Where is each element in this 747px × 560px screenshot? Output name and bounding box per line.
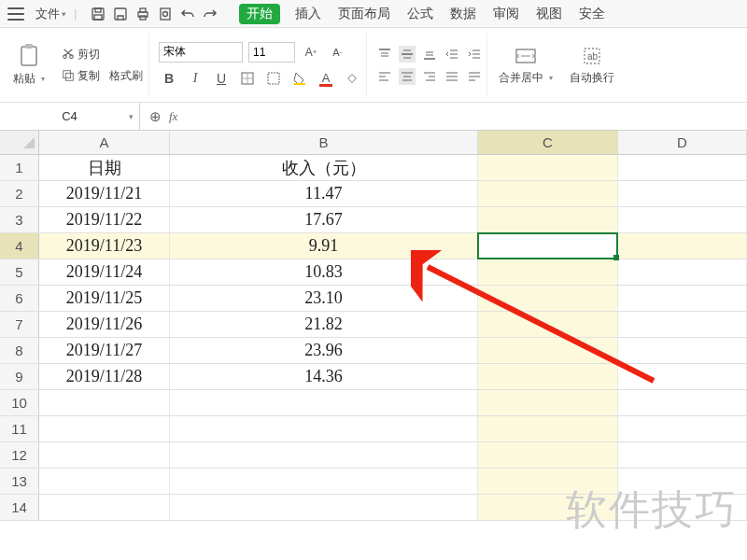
cell-C10[interactable]	[478, 390, 618, 415]
cell-A2[interactable]: 2019/11/21	[39, 181, 170, 206]
cell-C6[interactable]	[478, 286, 618, 311]
save-as-icon[interactable]	[112, 6, 129, 22]
name-box[interactable]: C4 ▾	[0, 103, 140, 130]
tab-page-layout[interactable]: 页面布局	[336, 4, 392, 24]
col-header-A[interactable]: A	[39, 131, 170, 154]
cell-B9[interactable]: 14.36	[170, 364, 478, 389]
row-header[interactable]: 13	[0, 469, 39, 494]
row-header[interactable]: 2	[0, 181, 39, 206]
cell-A13[interactable]	[39, 469, 170, 494]
cell-B2[interactable]: 11.47	[170, 181, 478, 206]
cell-C5[interactable]	[478, 259, 618, 285]
cell-A8[interactable]: 2019/11/27	[39, 338, 170, 363]
merge-center-button[interactable]: 合并居中▾	[493, 34, 558, 96]
increase-indent-icon[interactable]	[466, 46, 483, 63]
cell-A14[interactable]	[39, 495, 170, 520]
font-color-button[interactable]: A	[316, 68, 336, 89]
cell-D9[interactable]	[618, 364, 747, 389]
cell-C3[interactable]	[478, 207, 618, 232]
underline-button[interactable]: U	[211, 68, 232, 89]
cell-D12[interactable]	[618, 442, 747, 468]
copy-button[interactable]: 复制	[60, 67, 102, 85]
tab-home[interactable]: 开始	[239, 4, 280, 24]
zoom-icon[interactable]: ⊕	[149, 108, 162, 125]
tab-formulas[interactable]: 公式	[405, 4, 435, 24]
font-size-select[interactable]	[248, 42, 295, 63]
col-header-B[interactable]: B	[170, 131, 478, 154]
cell-B3[interactable]: 17.67	[170, 207, 478, 232]
undo-icon[interactable]	[179, 6, 196, 22]
cell-A10[interactable]	[39, 390, 170, 415]
wrap-text-button[interactable]: ab 自动换行	[564, 34, 620, 96]
cell-B10[interactable]	[170, 390, 478, 415]
cell-D14[interactable]	[618, 495, 747, 520]
hamburger-icon[interactable]	[7, 7, 24, 21]
save-icon[interactable]	[90, 6, 106, 22]
cell-B4[interactable]: 9.91	[170, 233, 478, 259]
cell-style-button[interactable]	[263, 68, 284, 89]
row-header[interactable]: 12	[0, 442, 39, 468]
align-middle-icon[interactable]	[399, 46, 416, 63]
cell-B11[interactable]	[170, 416, 478, 441]
col-header-D[interactable]: D	[618, 131, 747, 154]
paste-button[interactable]: 粘贴▾	[7, 34, 50, 96]
cell-C11[interactable]	[478, 416, 618, 441]
decrease-indent-icon[interactable]	[444, 46, 460, 63]
col-header-C[interactable]: C	[478, 131, 618, 154]
cell-C9[interactable]	[478, 364, 618, 389]
row-header[interactable]: 1	[0, 155, 39, 180]
redo-icon[interactable]	[202, 6, 218, 22]
cell-D6[interactable]	[618, 286, 747, 311]
cell-B5[interactable]: 10.83	[170, 259, 478, 285]
tab-data[interactable]: 数据	[448, 4, 478, 24]
row-header[interactable]: 5	[0, 259, 39, 285]
cell-B1[interactable]: 收入（元）	[170, 155, 478, 180]
cell-C4[interactable]	[478, 233, 618, 259]
cell-D8[interactable]	[618, 338, 747, 363]
tab-security[interactable]: 安全	[577, 4, 607, 24]
row-header[interactable]: 11	[0, 416, 39, 441]
cell-A12[interactable]	[39, 442, 170, 468]
cell-A7[interactable]: 2019/11/26	[39, 312, 170, 337]
align-bottom-icon[interactable]	[421, 46, 438, 63]
cell-D4[interactable]	[618, 233, 747, 259]
cell-C8[interactable]	[478, 338, 618, 363]
cell-B14[interactable]	[170, 495, 478, 520]
row-header[interactable]: 10	[0, 390, 39, 415]
cell-A9[interactable]: 2019/11/28	[39, 364, 170, 389]
decrease-font-icon[interactable]: A-	[327, 42, 347, 63]
cell-C1[interactable]	[478, 155, 618, 180]
cell-B12[interactable]	[170, 442, 478, 468]
cell-C7[interactable]	[478, 312, 618, 337]
cell-D2[interactable]	[618, 181, 747, 206]
cell-D10[interactable]	[618, 390, 747, 415]
tab-view[interactable]: 视图	[534, 4, 564, 24]
row-header[interactable]: 6	[0, 286, 39, 311]
select-all-corner[interactable]	[0, 131, 39, 154]
fill-color-button[interactable]	[289, 68, 310, 89]
cell-B13[interactable]	[170, 469, 478, 494]
formula-input[interactable]	[185, 107, 738, 126]
cell-D7[interactable]	[618, 312, 747, 337]
bold-button[interactable]: B	[159, 68, 179, 89]
increase-font-icon[interactable]: A+	[301, 42, 321, 63]
cell-D11[interactable]	[618, 416, 747, 441]
italic-button[interactable]: I	[185, 68, 205, 89]
cell-D13[interactable]	[618, 469, 747, 494]
cell-A11[interactable]	[39, 416, 170, 441]
cell-B6[interactable]: 23.10	[170, 286, 478, 311]
format-painter-button[interactable]: 格式刷	[107, 67, 145, 85]
cell-B7[interactable]: 21.82	[170, 312, 478, 337]
file-menu[interactable]: 文件 ▾	[32, 4, 70, 24]
row-header[interactable]: 4	[0, 233, 39, 259]
distribute-icon[interactable]	[466, 68, 483, 85]
row-header[interactable]: 3	[0, 207, 39, 232]
cell-A4[interactable]: 2019/11/23	[39, 233, 170, 259]
cell-C13[interactable]	[478, 469, 618, 494]
align-top-icon[interactable]	[376, 46, 393, 63]
row-header[interactable]: 14	[0, 495, 39, 520]
align-left-icon[interactable]	[376, 68, 393, 85]
cell-C14[interactable]	[478, 495, 618, 520]
row-header[interactable]: 8	[0, 338, 39, 363]
print-icon[interactable]	[134, 6, 151, 22]
